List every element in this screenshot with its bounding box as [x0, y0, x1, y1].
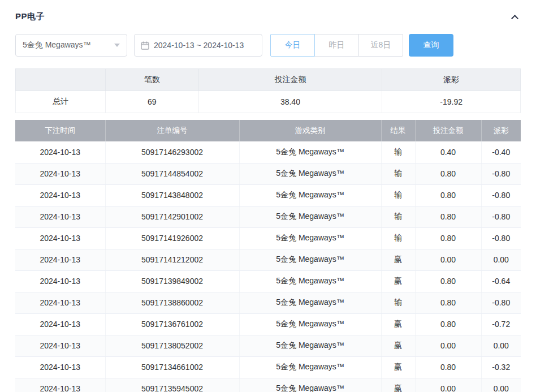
summary-header-row: 笔数 投注金额 派彩	[16, 69, 521, 91]
game-name-cell: 5金兔 Megaways™	[239, 378, 381, 392]
order-id-cell: 50917138052002	[105, 335, 239, 356]
calendar-icon	[141, 41, 149, 50]
bet-time-cell: 2024-10-13	[15, 249, 105, 270]
order-id-cell: 50917141212002	[105, 249, 239, 270]
result-cell: 输	[381, 184, 415, 206]
bet-amount-cell: 0.80	[415, 163, 481, 184]
pp-electronic-panel: PP电子 5金兔 Megaways™ 2024-10-13 ~ 2024-10-…	[0, 0, 536, 392]
search-button[interactable]: 查询	[409, 34, 453, 57]
result-cell: 赢	[381, 249, 415, 270]
summary-table: 笔数 投注金额 派彩 总计 69 38.40 -19.92	[15, 68, 521, 113]
records-header-payout: 派彩	[481, 120, 521, 141]
game-select-value: 5金兔 Megaways™	[23, 40, 91, 50]
record-row: 2024-10-13 50917143848002 5金兔 Megaways™ …	[15, 184, 521, 206]
summary-header-payout: 派彩	[382, 69, 521, 91]
summary-total-bet-amount: 38.40	[198, 91, 382, 113]
payout-cell: -0.32	[481, 356, 521, 378]
record-row: 2024-10-13 50917135945002 5金兔 Megaways™ …	[15, 378, 521, 392]
bet-time-cell: 2024-10-13	[15, 356, 105, 378]
payout-cell: -0.80	[481, 184, 521, 206]
bet-time-cell: 2024-10-13	[15, 227, 105, 249]
records-header-bet-time: 下注时间	[15, 120, 105, 141]
record-row: 2024-10-13 50917141212002 5金兔 Megaways™ …	[15, 249, 521, 270]
filter-bar: 5金兔 Megaways™ 2024-10-13 ~ 2024-10-13 今日…	[15, 34, 521, 57]
yesterday-button[interactable]: 昨日	[314, 34, 359, 57]
payout-cell: 0.00	[481, 378, 521, 392]
game-name-cell: 5金兔 Megaways™	[239, 249, 381, 270]
payout-cell: 0.00	[481, 249, 521, 270]
bet-amount-cell: 0.80	[415, 292, 481, 313]
record-row: 2024-10-13 50917139849002 5金兔 Megaways™ …	[15, 270, 521, 292]
records-header-order-id: 注单编号	[105, 120, 239, 141]
game-name-cell: 5金兔 Megaways™	[239, 292, 381, 313]
bet-amount-cell: 0.80	[415, 270, 481, 292]
panel-header: PP电子	[15, 8, 521, 25]
bet-records-table: 下注时间 注单编号 游戏类别 结果 投注金额 派彩 2024-10-13 509…	[15, 120, 521, 392]
record-row: 2024-10-13 50917146293002 5金兔 Megaways™ …	[15, 141, 521, 163]
bet-amount-cell: 0.80	[415, 206, 481, 227]
order-id-cell: 50917136761002	[105, 313, 239, 335]
game-select[interactable]: 5金兔 Megaways™	[15, 34, 127, 57]
result-cell: 赢	[381, 356, 415, 378]
bet-amount-cell: 0.80	[415, 356, 481, 378]
result-cell: 输	[381, 227, 415, 249]
summary-header-bet-amount: 投注金额	[198, 69, 382, 91]
record-row: 2024-10-13 50917138860002 5金兔 Megaways™ …	[15, 292, 521, 313]
summary-total-payout: -19.92	[382, 91, 521, 113]
order-id-cell: 50917141926002	[105, 227, 239, 249]
game-name-cell: 5金兔 Megaways™	[239, 227, 381, 249]
order-id-cell: 50917146293002	[105, 141, 239, 163]
records-body: 2024-10-13 50917146293002 5金兔 Megaways™ …	[15, 141, 521, 392]
result-cell: 输	[381, 141, 415, 163]
result-cell: 赢	[381, 313, 415, 335]
order-id-cell: 50917135945002	[105, 378, 239, 392]
record-row: 2024-10-13 50917141926002 5金兔 Megaways™ …	[15, 227, 521, 249]
game-name-cell: 5金兔 Megaways™	[239, 141, 381, 163]
payout-cell: -0.80	[481, 163, 521, 184]
payout-cell: -0.80	[481, 227, 521, 249]
summary-total-row: 总计 69 38.40 -19.92	[16, 91, 521, 113]
result-cell: 赢	[381, 378, 415, 392]
bet-amount-cell: 0.00	[415, 249, 481, 270]
game-name-cell: 5金兔 Megaways™	[239, 335, 381, 356]
game-name-cell: 5金兔 Megaways™	[239, 184, 381, 206]
bet-time-cell: 2024-10-13	[15, 184, 105, 206]
date-range-value: 2024-10-13 ~ 2024-10-13	[154, 41, 244, 50]
result-cell: 赢	[381, 270, 415, 292]
game-name-cell: 5金兔 Megaways™	[239, 313, 381, 335]
bet-amount-cell: 0.80	[415, 313, 481, 335]
records-header-row: 下注时间 注单编号 游戏类别 结果 投注金额 派彩	[15, 120, 521, 141]
summary-total-count: 69	[105, 91, 198, 113]
bet-time-cell: 2024-10-13	[15, 206, 105, 227]
date-range-input[interactable]: 2024-10-13 ~ 2024-10-13	[134, 34, 262, 57]
bet-amount-cell: 0.80	[415, 184, 481, 206]
records-header-result: 结果	[381, 120, 415, 141]
order-id-cell: 50917144854002	[105, 163, 239, 184]
result-cell: 赢	[381, 335, 415, 356]
result-cell: 输	[381, 163, 415, 184]
last-8-days-button[interactable]: 近8日	[358, 34, 403, 57]
today-button[interactable]: 今日	[270, 34, 315, 57]
record-row: 2024-10-13 50917136761002 5金兔 Megaways™ …	[15, 313, 521, 335]
bet-time-cell: 2024-10-13	[15, 335, 105, 356]
bet-amount-cell: 0.00	[415, 335, 481, 356]
summary-total-label: 总计	[16, 91, 106, 113]
result-cell: 输	[381, 292, 415, 313]
order-id-cell: 50917142901002	[105, 206, 239, 227]
payout-cell: -0.40	[481, 141, 521, 163]
game-name-cell: 5金兔 Megaways™	[239, 270, 381, 292]
collapse-chevron-up-icon[interactable]	[511, 15, 518, 22]
bet-time-cell: 2024-10-13	[15, 163, 105, 184]
order-id-cell: 50917134661002	[105, 356, 239, 378]
order-id-cell: 50917139849002	[105, 270, 239, 292]
records-header-bet-amount: 投注金额	[415, 120, 481, 141]
summary-header-count: 笔数	[105, 69, 198, 91]
bet-amount-cell: 0.00	[415, 378, 481, 392]
game-name-cell: 5金兔 Megaways™	[239, 206, 381, 227]
bet-time-cell: 2024-10-13	[15, 292, 105, 313]
result-cell: 输	[381, 206, 415, 227]
bet-time-cell: 2024-10-13	[15, 270, 105, 292]
quick-date-button-group: 今日 昨日 近8日	[270, 34, 403, 57]
payout-cell: 0.00	[481, 335, 521, 356]
bet-amount-cell: 0.80	[415, 227, 481, 249]
